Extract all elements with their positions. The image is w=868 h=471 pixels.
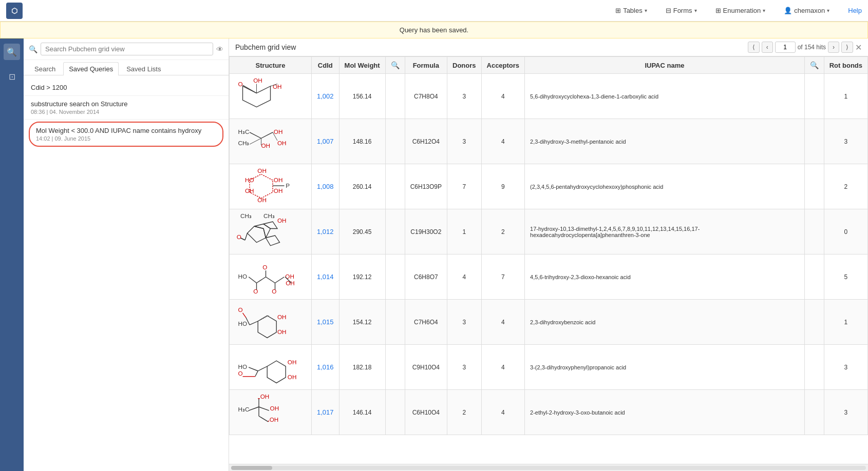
col-structure: Structure <box>230 57 312 74</box>
cdid-link[interactable]: 1,016 <box>317 363 334 371</box>
svg-text:O: O <box>272 288 276 295</box>
svg-marker-30 <box>266 235 280 246</box>
horizontal-scrollbar[interactable] <box>229 464 868 471</box>
svg-text:OH: OH <box>288 374 297 380</box>
cell-iupac: 3-(2,3-dihydroxyphenyl)propanoic acid <box>525 345 805 390</box>
cell-cdid[interactable]: 1,016 <box>312 345 339 390</box>
cdid-link[interactable]: 1,012 <box>317 228 334 235</box>
app-logo: ⬡ <box>6 3 23 19</box>
cell-cdid[interactable]: 1,002 <box>312 74 339 119</box>
cell-donors: 7 <box>447 164 482 209</box>
svg-text:H₃C: H₃C <box>238 128 250 135</box>
svg-text:O: O <box>253 288 258 295</box>
tables-menu[interactable]: ⊞ Tables ▾ <box>611 5 651 16</box>
table-row: OH OH HO OH OH OH P 1,008260.14C6H13O9P7… <box>230 164 868 209</box>
help-link[interactable]: Help <box>848 7 862 14</box>
enumeration-menu[interactable]: ⊞ Enumeration ▾ <box>711 5 770 16</box>
grid-navigation: ⟨ ‹ of 154 hits › ⟩ ✕ <box>748 42 862 53</box>
cell-iupac-search-placeholder <box>804 345 824 390</box>
svg-text:HO: HO <box>245 176 254 183</box>
grid-title: Pubchem grid view <box>235 43 744 51</box>
tab-saved-queries[interactable]: Saved Queries <box>63 62 119 75</box>
cdid-link[interactable]: 1,002 <box>317 92 334 100</box>
cell-donors: 1 <box>447 209 482 254</box>
cell-cdid[interactable]: 1,015 <box>312 300 339 345</box>
cell-iupac: 4,5,6-trihydroxy-2,3-dioxo-hexanoic acid <box>525 254 805 300</box>
cdid-link[interactable]: 1,015 <box>317 318 334 326</box>
cell-donors: 3 <box>447 119 482 164</box>
search-input[interactable] <box>41 43 213 55</box>
svg-line-40 <box>275 277 285 283</box>
close-grid-button[interactable]: ✕ <box>855 43 862 52</box>
cell-cdid[interactable]: 1,014 <box>312 254 339 300</box>
svg-marker-32 <box>263 222 277 229</box>
tab-search[interactable]: Search <box>29 62 61 75</box>
cell-cdid[interactable]: 1,008 <box>312 164 339 209</box>
sidebar-icon-filter[interactable]: ⊡ <box>4 68 20 85</box>
col-formula: Formula <box>405 57 447 74</box>
enumeration-icon: ⊞ <box>715 7 721 14</box>
cell-donors: 3 <box>447 74 482 119</box>
svg-text:OH: OH <box>257 167 267 174</box>
sidebar-icon-search[interactable]: 🔍 <box>4 44 20 60</box>
next-page-button[interactable]: › <box>828 42 839 53</box>
table-row: O OH OH 1,002156.14C7H8O4345,6-dihydroxy… <box>230 74 868 119</box>
grid-header: Pubchem grid view ⟨ ‹ of 154 hits › ⟩ ✕ <box>229 38 868 56</box>
svg-text:OH: OH <box>277 140 287 146</box>
cell-cdid[interactable]: 1,007 <box>312 119 339 164</box>
left-panel: 🔍 👁 Search Saved Queries Saved Lists Cdi… <box>24 38 229 471</box>
svg-text:OH: OH <box>277 217 287 224</box>
tab-saved-lists[interactable]: Saved Lists <box>121 62 166 75</box>
cdid-link[interactable]: 1,007 <box>317 138 334 145</box>
cell-mol-weight: 260.14 <box>339 164 385 209</box>
table-header-row: Structure CdId Mol Weight 🔍 Formula Dono… <box>230 57 868 74</box>
svg-text:OH: OH <box>277 313 287 320</box>
col-donors: Donors <box>447 57 482 74</box>
svg-text:OH: OH <box>274 187 283 194</box>
cell-formula: C9H10O4 <box>405 345 447 390</box>
query-item-highlighted[interactable]: Mol Weight < 300.0 AND IUPAC name contai… <box>29 122 223 147</box>
query-item[interactable]: substructure search on Structure 08:36 |… <box>24 96 229 120</box>
cell-mol-weight: 156.14 <box>339 74 385 119</box>
cell-donors: 2 <box>447 390 482 435</box>
query-list: Cdid > 1200 substructure search on Struc… <box>24 75 229 471</box>
cell-iupac-search-placeholder <box>804 209 824 254</box>
svg-text:HO: HO <box>238 273 248 280</box>
svg-line-38 <box>257 277 266 283</box>
svg-line-77 <box>268 421 269 422</box>
search-iupac-icon[interactable]: 🔍 <box>810 61 819 69</box>
cdid-link[interactable]: 1,008 <box>317 183 334 190</box>
prev-page-first-button[interactable]: ⟨ <box>748 42 760 53</box>
search-mol-weight-icon[interactable]: 🔍 <box>391 61 400 69</box>
panel-tabs: Search Saved Queries Saved Lists <box>24 60 229 75</box>
cell-iupac-search-placeholder <box>804 119 824 164</box>
col-mol-weight-search[interactable]: 🔍 <box>385 57 405 74</box>
svg-text:OH: OH <box>274 176 283 183</box>
cell-search-placeholder <box>385 164 405 209</box>
scrollbar-thumb[interactable] <box>231 466 272 470</box>
cell-structure: H₃C OH OH CH₃ OH <box>230 119 312 164</box>
col-iupac-search[interactable]: 🔍 <box>804 57 824 74</box>
cell-donors: 3 <box>447 300 482 345</box>
svg-marker-31 <box>254 224 271 238</box>
cell-formula: C6H8O7 <box>405 254 447 300</box>
next-page-last-button[interactable]: ⟩ <box>841 42 853 53</box>
cell-cdid[interactable]: 1,017 <box>312 390 339 435</box>
prev-page-button[interactable]: ‹ <box>762 42 773 53</box>
page-input[interactable] <box>775 42 796 53</box>
user-menu[interactable]: 👤 chemaxon ▾ <box>780 5 834 16</box>
forms-icon: ⊟ <box>666 7 671 14</box>
svg-line-33 <box>245 233 248 241</box>
svg-text:O: O <box>237 233 241 240</box>
eye-icon[interactable]: 👁 <box>216 45 223 53</box>
right-panel: Pubchem grid view ⟨ ‹ of 154 hits › ⟩ ✕ … <box>229 38 868 471</box>
cdid-link[interactable]: 1,017 <box>317 408 334 416</box>
cell-cdid[interactable]: 1,012 <box>312 209 339 254</box>
query-item[interactable]: Cdid > 1200 <box>24 80 229 96</box>
user-caret-icon: ▾ <box>827 8 829 13</box>
cell-iupac: (2,3,4,5,6-pentahydroxycyclohexoxy)phosp… <box>525 164 805 209</box>
cdid-link[interactable]: 1,014 <box>317 273 334 281</box>
svg-text:O: O <box>238 370 243 377</box>
forms-menu[interactable]: ⊟ Forms ▾ <box>662 5 701 16</box>
svg-line-69 <box>249 407 259 410</box>
